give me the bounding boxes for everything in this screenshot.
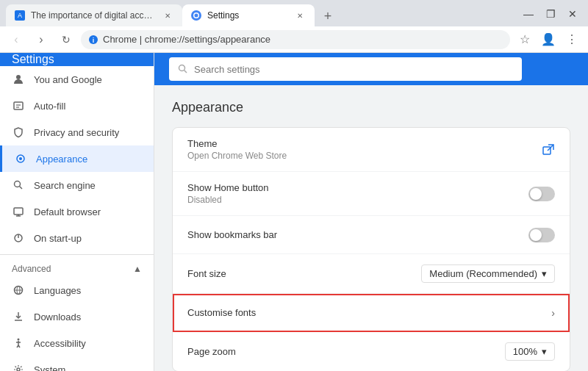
system-icon	[12, 363, 25, 371]
svg-point-29	[179, 65, 185, 71]
advanced-section-header[interactable]: Advanced ▲	[0, 258, 154, 277]
sidebar-item-downloads[interactable]: Downloads	[0, 303, 154, 330]
bookmarks-bar-content: Show bookmarks bar	[187, 229, 528, 240]
sidebar-item-auto-fill[interactable]: Auto-fill	[0, 93, 154, 119]
bookmarks-bar-label: Show bookmarks bar	[187, 229, 528, 240]
font-size-dropdown-arrow: ▾	[542, 268, 547, 279]
tab-bar-end: — ❐ ✕	[338, 4, 582, 26]
maximize-button[interactable]: ❐	[541, 4, 560, 24]
sidebar-item-appearance-label: Appearance	[36, 154, 87, 165]
page-zoom-value: 100%	[513, 346, 537, 357]
sidebar-item-search-engine[interactable]: Search engine	[0, 172, 154, 198]
tab-1-close[interactable]: ✕	[162, 10, 173, 21]
page-zoom-control: 100% ▾	[505, 342, 555, 361]
appearance-card: Theme Open Chrome Web Store Show Home bu…	[172, 127, 570, 371]
sidebar-item-default-browser[interactable]: Default browser	[0, 198, 154, 225]
page-zoom-dropdown[interactable]: 100% ▾	[505, 342, 555, 361]
sidebar-item-default-browser-label: Default browser	[34, 206, 101, 217]
sidebar-item-system-label: System	[34, 364, 65, 372]
languages-icon	[12, 284, 25, 297]
svg-rect-5	[14, 102, 23, 109]
sidebar-item-search-engine-label: Search engine	[34, 180, 96, 191]
customise-fonts-control: ›	[551, 307, 555, 319]
sidebar-item-privacy[interactable]: Privacy and security	[0, 119, 154, 145]
customise-fonts-content: Customise fonts	[187, 307, 551, 318]
sidebar-item-languages-label: Languages	[34, 285, 81, 296]
svg-point-10	[15, 181, 21, 187]
settings-title: Settings	[12, 53, 54, 66]
bookmarks-bar-row: Show bookmarks bar	[173, 216, 570, 254]
tab-2[interactable]: Settings ✕	[182, 4, 315, 26]
sidebar-item-you-google[interactable]: You and Google	[0, 66, 154, 93]
home-button-content: Show Home button Disabled	[187, 182, 528, 205]
tab-2-close[interactable]: ✕	[294, 10, 306, 21]
default-browser-icon	[12, 205, 25, 218]
sidebar-item-on-startup[interactable]: On start-up	[0, 225, 154, 251]
settings-header: Settings	[0, 53, 154, 66]
tab-1-title: The importance of digital accessibi...	[31, 10, 156, 21]
svg-line-26	[18, 345, 20, 347]
privacy-icon	[12, 126, 25, 139]
url-bar[interactable]: i Chrome | chrome://settings/appearance	[81, 30, 510, 49]
sidebar-item-accessibility[interactable]: Accessibility	[0, 330, 154, 356]
search-bar[interactable]	[169, 57, 522, 81]
accessibility-icon	[12, 336, 25, 350]
theme-control[interactable]	[542, 143, 555, 156]
sidebar-item-on-startup-label: On start-up	[34, 233, 82, 244]
svg-point-9	[19, 157, 22, 160]
home-button-toggle[interactable]	[528, 187, 555, 201]
sidebar-item-languages[interactable]: Languages	[0, 277, 154, 303]
tab-1[interactable]: A The importance of digital accessibi...…	[6, 4, 182, 26]
menu-button[interactable]: ⋮	[562, 29, 582, 50]
sidebar-item-privacy-label: Privacy and security	[34, 127, 119, 138]
url-text: Chrome | chrome://settings/appearance	[103, 34, 503, 45]
home-button-row: Show Home button Disabled	[173, 172, 570, 216]
auto-fill-icon	[12, 99, 25, 112]
external-link-icon	[542, 143, 555, 156]
browser-window: A The importance of digital accessibi...…	[0, 0, 588, 371]
back-button[interactable]: ‹	[6, 29, 26, 50]
address-bar-end: ☆ 👤 ⋮	[514, 29, 582, 50]
theme-label: Theme	[187, 138, 542, 149]
content-header	[154, 53, 588, 85]
tab-bar: A The importance of digital accessibi...…	[0, 0, 588, 26]
svg-point-27	[17, 368, 20, 371]
customise-fonts-row[interactable]: Customise fonts ›	[173, 294, 570, 332]
main-content: Appearance Theme Open Chrome Web Store	[154, 85, 588, 371]
font-size-label: Font size	[187, 268, 421, 279]
minimize-button[interactable]: —	[519, 4, 538, 24]
profile-button[interactable]: 👤	[538, 29, 559, 50]
bookmarks-bar-toggle[interactable]	[528, 228, 555, 242]
advanced-label: Advanced	[12, 264, 51, 274]
you-google-icon	[12, 73, 25, 86]
sidebar-item-system[interactable]: System	[0, 356, 154, 371]
reload-button[interactable]: ↻	[56, 29, 76, 50]
theme-row: Theme Open Chrome Web Store	[173, 128, 570, 172]
main-layout: Settings You and Google Auto-fill	[0, 53, 588, 371]
svg-text:i: i	[93, 37, 95, 44]
search-input[interactable]	[194, 64, 513, 75]
font-size-dropdown[interactable]: Medium (Recommended) ▾	[421, 264, 555, 283]
sidebar: You and Google Auto-fill Privacy and sec…	[0, 66, 154, 371]
font-size-content: Font size	[187, 268, 421, 279]
search-engine-icon	[12, 179, 25, 192]
downloads-icon	[12, 310, 25, 323]
appearance-icon	[14, 152, 27, 165]
tab-2-favicon	[191, 10, 201, 21]
svg-point-1	[195, 14, 198, 18]
svg-rect-12	[14, 208, 23, 215]
close-button[interactable]: ✕	[563, 4, 582, 24]
sidebar-item-accessibility-label: Accessibility	[34, 338, 86, 349]
sidebar-item-you-google-label: You and Google	[34, 74, 102, 85]
sidebar-item-appearance[interactable]: Appearance	[0, 145, 154, 172]
svg-point-22	[18, 339, 20, 341]
bookmark-button[interactable]: ☆	[514, 29, 535, 50]
new-tab-button[interactable]: +	[318, 6, 338, 26]
content-area: Appearance Theme Open Chrome Web Store	[154, 53, 588, 371]
forward-button[interactable]: ›	[31, 29, 51, 50]
theme-row-content: Theme Open Chrome Web Store	[187, 138, 542, 161]
bookmarks-bar-control	[528, 228, 555, 242]
font-size-value: Medium (Recommended)	[429, 268, 537, 279]
sidebar-item-auto-fill-label: Auto-fill	[34, 101, 65, 112]
page-title: Appearance	[172, 100, 570, 115]
